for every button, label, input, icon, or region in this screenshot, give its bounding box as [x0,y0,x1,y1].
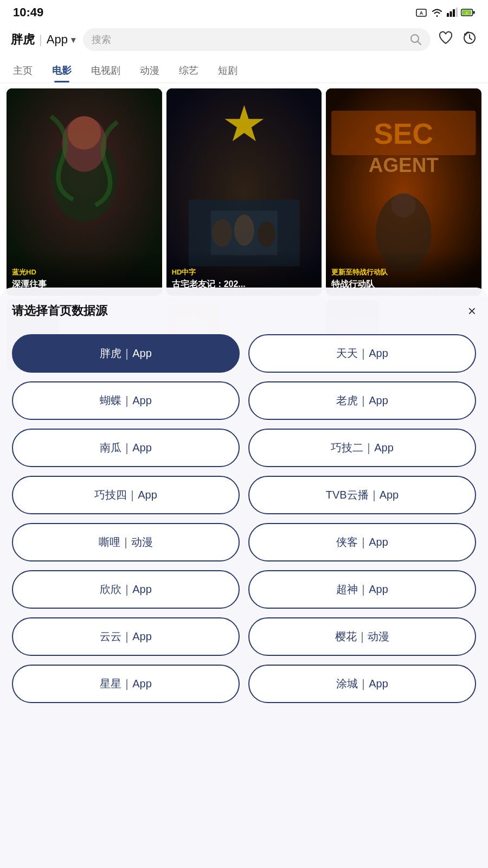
tab-movies[interactable]: 电影 [52,58,72,82]
wifi-icon [431,8,444,17]
tab-anime[interactable]: 动漫 [140,58,159,82]
source-btn-0[interactable]: 胖虎｜App [12,334,240,373]
svg-rect-7 [473,11,475,14]
nav-tabs: 主页 电影 电视剧 动漫 综艺 短剧 [0,58,488,83]
svg-rect-4 [453,9,455,17]
source-btn-2[interactable]: 蝴蝶｜App [12,381,240,420]
source-btn-1[interactable]: 天天｜App [248,334,476,373]
signal-icon [447,8,458,17]
source-btn-4[interactable]: 南瓜｜App [12,429,240,467]
search-icon [410,34,422,46]
search-input[interactable] [92,34,406,46]
svg-text:⚡: ⚡ [464,10,470,16]
source-btn-5[interactable]: 巧技二｜App [248,429,476,467]
source-btn-6[interactable]: 巧技四｜App [12,476,240,514]
svg-text:A: A [420,10,423,16]
source-btn-11[interactable]: 超神｜App [248,570,476,609]
battery-icon: ⚡ [461,8,475,17]
source-btn-10[interactable]: 欣欣｜App [12,570,240,609]
brand-name: 胖虎 [11,31,35,48]
favorites-icon[interactable] [438,30,453,49]
movie-badge-2: HD中字 [172,267,317,277]
modal-close-button[interactable]: × [468,304,476,318]
svg-rect-2 [447,13,449,17]
movie-badge-1: 蓝光HD [12,267,157,277]
status-icons: A ⚡ [415,7,475,18]
movie-card-2[interactable]: HD中字 古宅老友记：202... [166,88,322,296]
modal-sheet: 请选择首页数据源 × 胖虎｜App 天天｜App 蝴蝶｜App 老虎｜App 南… [0,288,488,868]
tab-tv[interactable]: 电视剧 [91,58,120,82]
source-grid: 胖虎｜App 天天｜App 蝴蝶｜App 老虎｜App 南瓜｜App 巧技二｜A… [12,334,476,703]
modal-header: 请选择首页数据源 × [12,303,476,319]
brand[interactable]: 胖虎 | App ▾ [11,31,75,48]
source-btn-7[interactable]: TVB云播｜App [248,476,476,514]
source-btn-9[interactable]: 侠客｜App [248,523,476,561]
history-icon[interactable] [462,30,477,49]
keyboard-icon: A [415,7,427,18]
source-btn-8[interactable]: 嘶哩｜动漫 [12,523,240,561]
source-btn-3[interactable]: 老虎｜App [248,381,476,420]
brand-sub: App [47,33,68,47]
brand-divider: | [39,33,42,47]
status-bar: 10:49 A ⚡ [0,0,488,23]
movie-card-1[interactable]: 蓝光HD 深潭往事 [7,88,162,296]
tab-home[interactable]: 主页 [13,58,33,82]
search-bar[interactable] [83,28,431,51]
source-btn-13[interactable]: 樱花｜动漫 [248,617,476,656]
header: 胖虎 | App ▾ [0,23,488,58]
source-btn-15[interactable]: 涂城｜App [248,665,476,703]
modal-title: 请选择首页数据源 [12,303,107,319]
header-icons [438,30,477,49]
svg-rect-5 [456,8,458,17]
tab-variety[interactable]: 综艺 [179,58,198,82]
status-time: 10:49 [13,5,43,20]
source-btn-14[interactable]: 星星｜App [12,665,240,703]
svg-line-11 [418,41,421,44]
svg-rect-3 [450,11,452,17]
source-btn-12[interactable]: 云云｜App [12,617,240,656]
brand-arrow-icon[interactable]: ▾ [71,35,75,45]
tab-short[interactable]: 短剧 [218,58,237,82]
movie-card-3[interactable]: SEC AGENT 更新至特战行动队 特战行动队 [326,88,481,296]
movie-badge-3: 更新至特战行动队 [331,267,476,277]
